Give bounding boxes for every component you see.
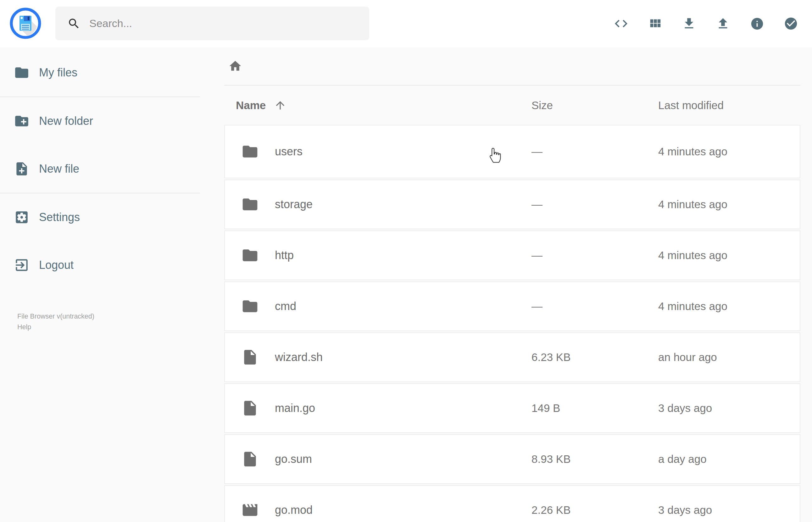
file-row-cmd[interactable]: cmd — 4 minutes ago — [224, 281, 800, 331]
sidebar-credits: File Browser v(untracked) Help — [17, 311, 201, 333]
info-icon — [750, 17, 764, 31]
home-icon — [228, 59, 242, 73]
select-multiple-button[interactable] — [774, 0, 808, 47]
sidebar-item-new-file[interactable]: New file — [0, 145, 201, 193]
row-name-cell: wizard.sh — [225, 348, 531, 366]
sidebar-item-label: My files — [39, 66, 77, 79]
code-icon — [613, 16, 629, 31]
download-icon — [682, 16, 696, 31]
download-button[interactable] — [672, 0, 706, 47]
raw-view-button[interactable] — [604, 0, 638, 47]
breadcrumb-home-button[interactable] — [228, 59, 242, 73]
file-size: 149 B — [531, 402, 658, 415]
file-modified: 4 minutes ago — [658, 249, 800, 262]
file-icon — [241, 399, 259, 417]
file-row-wizard-sh[interactable]: wizard.sh 6.23 KB an hour ago — [224, 333, 800, 382]
settings-icon — [14, 209, 29, 225]
row-name-cell: users — [225, 143, 531, 160]
file-size: 2.26 KB — [531, 504, 658, 516]
listing-header: Name Size Last modified — [224, 85, 800, 125]
file-row-users[interactable]: users — 4 minutes ago — [224, 125, 800, 178]
file-modified: 4 minutes ago — [658, 198, 800, 211]
search-icon — [67, 17, 81, 30]
file-row-go-sum[interactable]: go.sum 8.93 KB a day ago — [224, 434, 800, 484]
breadcrumb — [224, 47, 800, 85]
new-folder-icon — [14, 113, 29, 129]
file-size: 8.93 KB — [531, 453, 658, 465]
filebrowser-logo-icon — [10, 7, 41, 39]
folder-icon — [241, 143, 259, 160]
file-modified: 3 days ago — [658, 504, 800, 516]
file-listing: Name Size Last modified users — 4 minute… — [224, 47, 800, 522]
sidebar-item-label: Settings — [39, 211, 80, 224]
row-name-cell: storage — [225, 196, 531, 213]
sidebar-item-label: New folder — [39, 115, 93, 128]
file-name: main.go — [275, 402, 315, 415]
file-name: go.mod — [275, 503, 312, 517]
sidebar: My files New folder New file Settings Lo… — [0, 47, 201, 522]
column-header-modified[interactable]: Last modified — [658, 99, 800, 112]
switch-view-button[interactable] — [638, 0, 672, 47]
sort-ascending-icon — [274, 99, 286, 112]
grid-view-icon — [648, 16, 662, 31]
upload-icon — [716, 16, 730, 31]
file-name: users — [275, 145, 303, 158]
file-icon — [241, 450, 259, 468]
file-size: — — [531, 145, 658, 158]
folder-icon — [241, 298, 259, 315]
listing-rows: users — 4 minutes ago storage — 4 minute… — [224, 125, 800, 522]
top-bar — [0, 0, 812, 47]
version-text: File Browser v(untracked) — [17, 311, 201, 322]
file-size: — — [531, 249, 658, 262]
row-name-cell: go.sum — [225, 450, 531, 468]
sidebar-item-logout[interactable]: Logout — [0, 241, 201, 289]
file-size: — — [531, 198, 658, 211]
file-icon — [241, 348, 259, 366]
upload-button[interactable] — [706, 0, 740, 47]
logout-icon — [14, 257, 29, 273]
sidebar-item-my-files[interactable]: My files — [0, 49, 201, 97]
sidebar-item-new-folder[interactable]: New folder — [0, 97, 201, 145]
folder-icon — [241, 246, 259, 264]
folder-icon — [14, 65, 29, 80]
file-modified: 3 days ago — [658, 402, 800, 415]
row-name-cell: go.mod — [225, 501, 531, 519]
app-logo[interactable] — [10, 7, 41, 39]
sidebar-item-label: New file — [39, 162, 79, 176]
file-name: storage — [275, 198, 312, 211]
file-row-main-go[interactable]: main.go 149 B 3 days ago — [224, 383, 800, 433]
column-header-name[interactable]: Name — [224, 99, 531, 112]
file-row-storage[interactable]: storage — 4 minutes ago — [224, 180, 800, 229]
search-input[interactable] — [89, 17, 369, 29]
file-size: — — [531, 300, 658, 313]
row-name-cell: cmd — [225, 298, 531, 315]
sidebar-item-label: Logout — [39, 259, 74, 272]
file-name: cmd — [275, 300, 296, 313]
movie-icon — [241, 501, 259, 519]
file-row-http[interactable]: http — 4 minutes ago — [224, 230, 800, 280]
info-button[interactable] — [740, 0, 774, 47]
file-name: http — [275, 249, 294, 262]
file-size: 6.23 KB — [531, 351, 658, 363]
column-header-size[interactable]: Size — [531, 99, 658, 112]
row-name-cell: main.go — [225, 399, 531, 417]
file-modified: 4 minutes ago — [658, 300, 800, 313]
select-multiple-icon — [784, 16, 798, 31]
file-name: go.sum — [275, 453, 312, 466]
row-name-cell: http — [225, 246, 531, 264]
sidebar-item-settings[interactable]: Settings — [0, 194, 201, 241]
new-file-icon — [14, 161, 29, 177]
help-link[interactable]: Help — [17, 322, 201, 333]
file-modified: an hour ago — [658, 351, 800, 363]
file-modified: 4 minutes ago — [658, 145, 800, 158]
file-name: wizard.sh — [275, 350, 323, 364]
search-bar[interactable] — [55, 6, 369, 40]
folder-icon — [241, 196, 259, 213]
file-modified: a day ago — [658, 453, 800, 465]
toolbar-actions — [604, 0, 808, 47]
file-row-go-mod[interactable]: go.mod 2.26 KB 3 days ago — [224, 485, 800, 522]
